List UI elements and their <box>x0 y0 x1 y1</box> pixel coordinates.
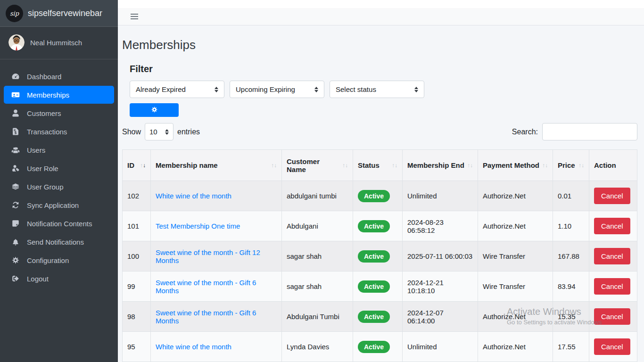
cell-id: 101 <box>123 211 151 241</box>
expired-filter-select[interactable]: Already Expired <box>130 81 224 98</box>
cell-membership-name: White wine of the month <box>151 332 282 362</box>
sidebar-item-memberships[interactable]: Memberships <box>4 86 114 104</box>
cell-membership-end: 2024-08-23 06:58:12 <box>403 211 478 241</box>
cancel-button[interactable]: Cancel <box>594 278 630 295</box>
column-header-payment-method[interactable]: Payment Method <box>478 150 553 181</box>
membership-name-link[interactable]: Test Membership One time <box>156 222 240 230</box>
sidebar-item-label: Logout <box>27 275 49 283</box>
cancel-button[interactable]: Cancel <box>594 338 630 355</box>
cell-customer-name: sagar shah <box>282 241 353 272</box>
membership-name-link[interactable]: Sweet wine of the month - Gift 6 Months <box>156 279 256 295</box>
cell-payment-method: Authorize.Net <box>478 302 553 332</box>
bell-icon <box>10 238 21 246</box>
filter-heading: Filter <box>130 64 637 74</box>
cell-customer-name: Abdulgani Tumbi <box>282 302 353 332</box>
cell-membership-end: 2024-12-07 06:14:00 <box>403 302 478 332</box>
show-label: Show <box>122 128 141 136</box>
cell-status: Active <box>353 211 403 241</box>
cell-membership-name: Sweet wine of the month - Gift 6 Months <box>151 272 282 302</box>
search-label: Search: <box>512 128 538 136</box>
table-row: 95 White wine of the month Lynda Davies … <box>123 332 637 362</box>
gauge-icon <box>10 72 21 81</box>
column-header-customer-name[interactable]: Customer Name <box>282 150 353 181</box>
sidebar-item-label: Configuration <box>27 256 69 264</box>
page-title: Memberships <box>122 38 637 52</box>
sidebar-item-send-notifications[interactable]: Send Notifications <box>4 233 114 251</box>
user-name: Neal Hummitsch <box>30 39 82 47</box>
column-header-status[interactable]: Status <box>353 150 403 181</box>
sidebar-nav: Dashboard Memberships Customers Transact… <box>0 67 118 288</box>
sidebar-item-configuration[interactable]: Configuration <box>4 251 114 269</box>
cancel-button[interactable]: Cancel <box>594 218 630 234</box>
cell-price: 83.94 <box>553 272 589 302</box>
status-filter-select[interactable]: Select status <box>330 81 424 98</box>
cell-action: Cancel <box>589 181 637 211</box>
cell-id: 95 <box>123 332 151 362</box>
cell-customer-name: Lynda Davies <box>282 332 353 362</box>
column-header-price[interactable]: Price <box>553 150 589 181</box>
cell-id: 102 <box>123 181 151 211</box>
sidebar-item-user-role[interactable]: User Role <box>4 159 114 177</box>
memberships-table: ID Membership name Customer Name Status … <box>122 149 637 362</box>
cell-payment-method: Authorize.Net <box>478 332 553 362</box>
user-tag-icon <box>10 164 21 173</box>
page-length-select[interactable]: 10 <box>145 123 173 140</box>
column-header-id[interactable]: ID <box>123 150 151 181</box>
cancel-button[interactable]: Cancel <box>594 188 630 204</box>
sort-icon <box>342 162 348 169</box>
topbar-spacer <box>118 0 644 8</box>
cell-membership-name: Sweet wine of the month - Gift 6 Months <box>151 302 282 332</box>
user-avatar <box>8 34 25 50</box>
brand[interactable]: sip sipselfservewinebar <box>0 0 118 27</box>
cancel-button[interactable]: Cancel <box>594 308 630 325</box>
cell-price: 167.88 <box>553 241 589 272</box>
cell-payment-method: Authorize.Net <box>478 181 553 211</box>
cell-membership-end: 2025-07-11 06:00:03 <box>403 241 478 272</box>
filter-settings-button[interactable] <box>130 103 179 117</box>
search-input[interactable] <box>542 123 637 140</box>
table-row: 100 Sweet wine of the month - Gift 12 Mo… <box>123 241 637 272</box>
sort-icon <box>467 162 473 169</box>
search-control: Search: <box>512 123 637 140</box>
cell-membership-name: Test Membership One time <box>151 211 282 241</box>
table-row: 102 White wine of the month abdulgani tu… <box>123 181 637 211</box>
status-badge: Active <box>358 220 390 232</box>
column-header-membership-name[interactable]: Membership name <box>151 150 282 181</box>
cell-price: 0.01 <box>553 181 589 211</box>
sidebar-item-sync-application[interactable]: Sync Application <box>4 196 114 214</box>
sidebar-item-logout[interactable]: Logout <box>4 270 114 288</box>
sidebar-item-notification-contents[interactable]: Notification Contents <box>4 214 114 232</box>
cell-action: Cancel <box>589 302 637 332</box>
page-length-control: Show 10 entries <box>122 123 200 140</box>
sidebar-item-user-group[interactable]: User Group <box>4 178 114 196</box>
cancel-button[interactable]: Cancel <box>594 248 630 264</box>
gear-icon <box>151 106 158 115</box>
sidebar-item-transactions[interactable]: Transactions <box>4 123 114 140</box>
membership-name-link[interactable]: White wine of the month <box>156 343 231 351</box>
sidebar: sip sipselfservewinebar Neal Hummits <box>0 0 118 362</box>
cell-status: Active <box>353 241 403 272</box>
hamburger-menu-icon[interactable] <box>129 12 140 21</box>
gear-icon <box>10 256 21 264</box>
membership-name-link[interactable]: Sweet wine of the month - Gift 12 Months <box>156 248 260 264</box>
membership-name-link[interactable]: Sweet wine of the month - Gift 6 Months <box>156 309 256 325</box>
file-invoice-dollar-icon <box>10 127 21 136</box>
filter-row: Already Expired Upcoming Expiring Select… <box>130 81 637 98</box>
membership-name-link[interactable]: White wine of the month <box>156 192 231 200</box>
sticky-note-icon <box>10 219 21 228</box>
topbar <box>118 8 644 25</box>
status-badge: Active <box>358 280 390 293</box>
column-header-membership-end[interactable]: Membership End <box>403 150 478 181</box>
sidebar-item-dashboard[interactable]: Dashboard <box>4 67 114 85</box>
brand-logo-icon: sip <box>6 5 23 22</box>
sidebar-item-customers[interactable]: Customers <box>4 104 114 122</box>
table-header-row: ID Membership name Customer Name Status … <box>123 150 637 181</box>
cell-action: Cancel <box>589 241 637 272</box>
expiring-filter-select[interactable]: Upcoming Expiring <box>230 81 324 98</box>
user-panel[interactable]: Neal Hummitsch <box>0 27 118 59</box>
id-card-icon <box>10 90 21 99</box>
sort-icon <box>392 162 397 169</box>
sidebar-item-users[interactable]: Users <box>4 141 114 159</box>
user-icon <box>10 109 21 117</box>
cell-payment-method: Wire Transfer <box>478 241 553 272</box>
